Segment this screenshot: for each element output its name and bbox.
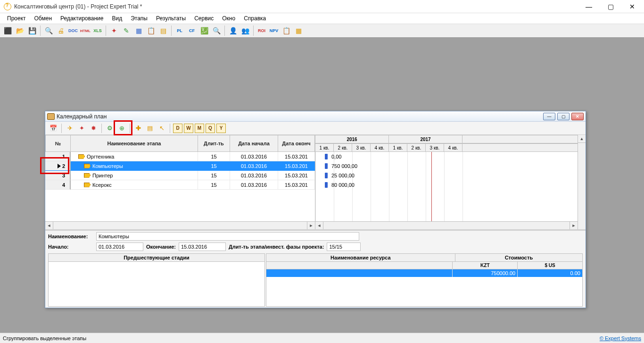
tool-5-icon[interactable]: ▤ <box>157 25 169 36</box>
maximize-button[interactable]: ▢ <box>600 0 621 13</box>
user2-icon[interactable]: 👥 <box>239 25 251 36</box>
pl-icon[interactable]: PL <box>174 25 185 36</box>
calc-icon[interactable]: ▦ <box>293 25 304 36</box>
titlebar: Консалтинговый центр (01) - Project Expe… <box>0 0 644 13</box>
main-toolbar: ⬛ 📂 💾 🔍 🖨 DOC HTML XLS ✦ ✎ ▦ 📋 ▤ PL CF 💹… <box>0 24 644 38</box>
xls-icon[interactable]: XLS <box>92 25 103 36</box>
save-icon[interactable]: 💾 <box>26 25 38 36</box>
menu-Сервис[interactable]: Сервис <box>190 14 218 23</box>
menubar: ПроектОбменРедактированиеВидЭтапыРезульт… <box>0 13 644 24</box>
tool-4-icon[interactable]: 📋 <box>145 25 157 36</box>
preview-icon[interactable]: 🔍 <box>43 25 54 36</box>
menu-Проект[interactable]: Проект <box>3 14 30 23</box>
minimize-button[interactable]: — <box>578 0 600 13</box>
npv-icon[interactable]: NPV <box>268 25 280 36</box>
menu-Этапы[interactable]: Этапы <box>126 14 152 23</box>
chart1-icon[interactable]: 💹 <box>198 25 210 36</box>
app-title: Консалтинговый центр (01) - Project Expe… <box>14 3 578 10</box>
cf-icon[interactable]: CF <box>186 25 198 36</box>
menu-Окно[interactable]: Окно <box>218 14 239 23</box>
clip-icon[interactable]: 📋 <box>281 25 292 36</box>
print-icon[interactable]: 🖨 <box>55 25 66 36</box>
roi-icon[interactable]: ROI <box>256 25 267 36</box>
tool-2-icon[interactable]: ✎ <box>121 25 132 36</box>
app-icon <box>4 3 11 10</box>
menu-Результаты[interactable]: Результаты <box>152 14 190 23</box>
open-icon[interactable]: 📂 <box>14 25 25 36</box>
close-button[interactable]: ✕ <box>621 0 643 13</box>
menu-Справка[interactable]: Справка <box>239 14 270 23</box>
new-icon[interactable]: ⬛ <box>2 25 13 36</box>
menu-Обмен[interactable]: Обмен <box>30 14 57 23</box>
menu-Вид[interactable]: Вид <box>107 14 126 23</box>
user1-icon[interactable]: 👤 <box>227 25 239 36</box>
chart2-icon[interactable]: 🔍 <box>211 25 222 36</box>
html-icon[interactable]: HTML <box>80 25 91 36</box>
tool-3-icon[interactable]: ▦ <box>133 25 144 36</box>
menu-Редактирование[interactable]: Редактирование <box>56 14 107 23</box>
tool-1-icon[interactable]: ✦ <box>108 25 120 36</box>
doc-icon[interactable]: DOC <box>67 25 79 36</box>
